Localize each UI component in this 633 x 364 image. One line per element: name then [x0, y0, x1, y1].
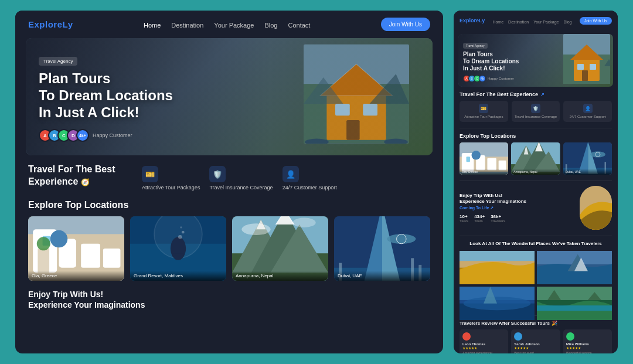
right-loc-label-nepal: Annapurna, Nepal — [511, 169, 560, 175]
right-loc-dubai[interactable]: Dubai, UAE — [563, 142, 612, 175]
features-section: Travel For The Best Experience 🧭 🎫 Attra… — [15, 164, 443, 200]
location-label-maldives: Grand Resort, Maldives — [130, 271, 226, 281]
right-loc-greece[interactable]: Oia, Greece — [460, 142, 508, 175]
nav-packages[interactable]: Your Package — [214, 22, 254, 29]
svg-point-22 — [37, 237, 50, 250]
hero-section: Travel Agency Plan Tours To Dream Locati… — [26, 38, 433, 155]
review-text-3: Wonderful service. — [566, 351, 609, 353]
svg-rect-21 — [38, 249, 49, 273]
location-card-dubai[interactable]: Dubai, UAE — [334, 216, 430, 281]
hero-avatars: A B C D 4k+ Happy Customer — [39, 129, 173, 142]
right-nav-dest[interactable]: Destination — [508, 20, 529, 24]
right-features-section: Travel For The Best Experience ↗ 🎫 Attra… — [454, 91, 618, 128]
right-loc-nepal[interactable]: Annapurna, Nepal — [511, 142, 560, 175]
right-feature-1: 🎫 Attractive Tour Packages — [460, 101, 508, 122]
right-locations-section: Explore Top Locations Oia, Greece — [454, 133, 618, 181]
review-card-2: Sarah Johnson ★★★★★ Best trip ever! — [511, 329, 560, 353]
review-avatar-3 — [566, 332, 574, 341]
review-emoji: 🎉 — [552, 321, 557, 326]
right-hero: Travel Agency Plan Tours To Dream Locati… — [458, 34, 613, 87]
nav-destination[interactable]: Destination — [171, 22, 203, 29]
right-nav-home[interactable]: Home — [492, 20, 503, 24]
right-features-title: Travel For The Best Experience ↗ — [460, 91, 612, 97]
hero-content: Travel Agency Plan Tours To Dream Locati… — [39, 55, 173, 142]
right-features-arrow: ↗ — [540, 92, 544, 97]
right-badge: Travel Agency — [463, 43, 488, 49]
location-label-dubai: Dubai, UAE — [334, 271, 430, 281]
feature-label-2: Travel Insurance Coverage — [209, 185, 273, 192]
right-nav-blog[interactable]: Blog — [563, 20, 571, 24]
location-card-maldives[interactable]: Grand Resort, Maldives — [130, 216, 226, 281]
right-stats: 10+ Years 434+ Tours 36k+ Travelers — [460, 214, 575, 223]
features-cards: 🎫 Attractive Tour Packages 🛡️ Travel Ins… — [142, 164, 430, 192]
right-logo-accent: Ly — [479, 18, 485, 23]
svg-rect-100 — [537, 287, 612, 300]
right-place-3 — [460, 287, 535, 320]
location-cards: Oia, Greece — [28, 216, 430, 281]
locations-section: Explore Top Locations Oia, Greec — [15, 200, 443, 289]
nav-home[interactable]: Home — [144, 22, 161, 29]
logo: ExploreLy — [28, 19, 73, 29]
join-button[interactable]: Join With Us — [381, 18, 430, 31]
svg-rect-19 — [103, 249, 121, 268]
review-card-3: Mike Williams ★★★★★ Wonderful service. — [563, 329, 612, 353]
right-enjoy-section: Enjoy Trip With Us! Experience Your Imag… — [454, 186, 618, 236]
nav-contact[interactable]: Contact — [288, 22, 310, 29]
right-feature-icon-3: 👤 — [583, 104, 593, 113]
features-title: Travel For The Best Experience 🧭 — [28, 164, 128, 188]
right-stat-num-tours: 434+ — [474, 214, 485, 219]
hero-badge: Travel Agency — [39, 57, 77, 66]
right-hero-house — [563, 34, 610, 84]
right-features-cards: 🎫 Attractive Tour Packages 🛡️ Travel Ins… — [460, 101, 612, 122]
right-logo: ExploreLy — [460, 18, 485, 23]
svg-point-46 — [387, 234, 416, 243]
right-join-button[interactable]: Join With Us — [580, 17, 612, 25]
right-places-title: Look At All Of The Wonderful Places We'v… — [460, 241, 612, 247]
hero-title-line2: To Dream Locations — [39, 87, 173, 103]
right-stat-label-tours: Tours — [474, 219, 485, 223]
right-nav-pkg[interactable]: Your Package — [533, 20, 559, 24]
feature-icon-3: 👤 — [283, 166, 299, 182]
review-stars-3: ★★★★★ — [566, 346, 609, 350]
svg-rect-88 — [460, 251, 535, 261]
avatar-group: A B C D 4k+ — [39, 129, 89, 142]
svg-rect-18 — [81, 243, 100, 267]
right-feature-3: 👤 24/7 Customer Support — [563, 101, 612, 122]
right-places-grid — [460, 251, 612, 309]
location-card-nepal[interactable]: Annapurna, Nepal — [232, 216, 328, 281]
svg-point-28 — [178, 235, 182, 239]
right-places-section: Look At All Of The Wonderful Places We'v… — [454, 241, 618, 315]
hero-title: Plan Tours To Dream Locations In Just A … — [39, 70, 173, 121]
feature-label-1: Attractive Tour Packages — [142, 185, 200, 192]
right-place-4 — [537, 287, 612, 320]
location-card-greece[interactable]: Oia, Greece — [28, 216, 124, 281]
svg-point-29 — [182, 230, 185, 233]
right-navbar: ExploreLy Home Destination Your Package … — [454, 11, 618, 30]
divider-3 — [460, 236, 612, 236]
review-text-2: Best trip ever! — [514, 351, 557, 353]
right-enjoy-title: Enjoy Trip With Us! Experience Your Imag… — [460, 193, 575, 211]
right-feature-icon-2: 🛡️ — [531, 104, 540, 113]
nav-blog[interactable]: Blog — [264, 22, 277, 29]
feature-card-2: 🛡️ Travel Insurance Coverage — [209, 166, 273, 192]
right-stat-years: 10+ Years — [460, 214, 468, 223]
hero-title-line3: In Just A Click! — [39, 104, 139, 120]
right-review-section: Travelers Review After Successful Tours … — [454, 321, 618, 353]
svg-point-30 — [180, 226, 182, 228]
happy-customer-text: Happy Customer — [93, 132, 132, 138]
logo-text: Explore — [28, 19, 63, 29]
review-cards: Leon Thomas ★★★★★ Amazing experience! Sa… — [460, 329, 612, 353]
enjoy-subtitle: Experience Your Imaginations — [28, 300, 145, 310]
svg-point-17 — [50, 230, 68, 248]
avatar-count: 4k+ — [76, 129, 89, 142]
review-avatar-2 — [514, 332, 522, 341]
feature-card-3: 👤 24/7 Customer Support — [283, 166, 337, 192]
right-panel: ExploreLy Home Destination Your Package … — [454, 11, 618, 353]
right-logo-text: Explore — [460, 18, 479, 23]
svg-rect-101 — [537, 305, 612, 311]
divider-1 — [460, 128, 612, 128]
right-feature-label-3: 24/7 Customer Support — [570, 115, 606, 119]
review-card-1: Leon Thomas ★★★★★ Amazing experience! — [460, 329, 508, 353]
logo-accent: Ly — [63, 19, 73, 29]
right-hero-content: Travel Agency Plan Tours To Dream Locati… — [463, 39, 519, 82]
